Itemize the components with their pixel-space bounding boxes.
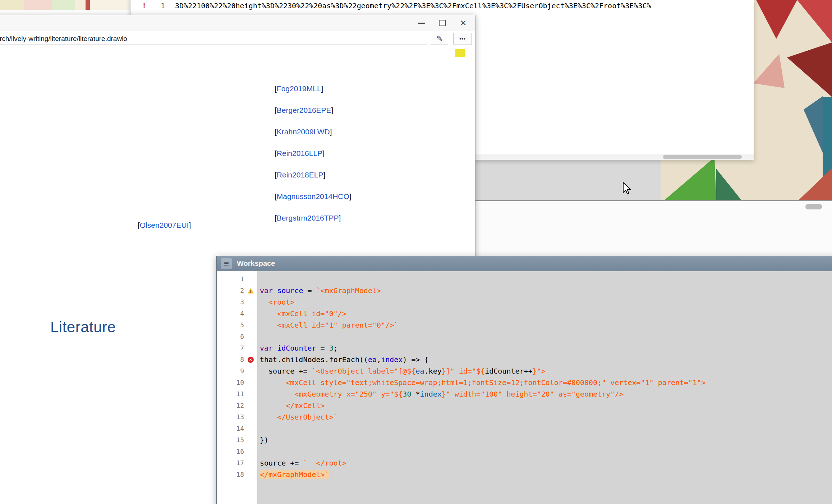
editor-gutter[interactable]: 12!345678✕9101112131415161718 (217, 271, 258, 504)
code-line[interactable]: var source = `<mxGraphModel> (258, 285, 832, 296)
gutter-line[interactable]: 12 (217, 400, 257, 411)
bracket: ] (349, 192, 351, 200)
line-number: 9 (240, 365, 244, 377)
code-token: source (277, 286, 303, 295)
citation-link[interactable]: [Rein2018ELP] (275, 170, 325, 179)
code-line[interactable]: <mxGeometry x="250" y="${30 *index}" wid… (258, 388, 832, 400)
scrollbar-thumb[interactable] (805, 204, 822, 209)
gutter-line[interactable]: 3 (217, 296, 257, 308)
line-number: 14 (236, 423, 244, 434)
gutter-line[interactable]: 18 (217, 469, 257, 480)
code-token (273, 344, 277, 352)
code-line[interactable] (258, 331, 832, 342)
window-titlebar[interactable]: ≡ Workspace (217, 256, 832, 271)
maximize-icon (439, 20, 446, 26)
code-token: <mxCell id="1" parent="0"/>` (260, 321, 398, 329)
line-number: 1 (156, 1, 165, 10)
bracket: ] (339, 214, 341, 222)
code-line[interactable]: <mxCell style="text;whiteSpace=wrap;html… (258, 377, 832, 388)
edit-button[interactable]: ✎ (431, 33, 448, 45)
wallpaper-patch (24, 0, 52, 10)
citation-link[interactable]: [Bergstrm2016TPP] (275, 213, 341, 222)
code-line[interactable] (258, 446, 832, 457)
gutter-line[interactable]: 13 (217, 411, 257, 423)
gutter-line[interactable]: 9 (217, 365, 257, 377)
code-line[interactable]: var idCounter = 3; (258, 342, 832, 354)
close-button[interactable]: ✕ (458, 18, 469, 28)
error-icon[interactable]: ✕ (248, 357, 254, 363)
gutter-line[interactable]: 10 (217, 377, 257, 388)
window-titlebar[interactable]: ✕ (0, 15, 475, 31)
gutter-line[interactable]: 14 (217, 423, 257, 434)
citation-label: Rein2018ELP (277, 171, 323, 179)
line-number: 17 (236, 457, 244, 469)
code-token: idCounter (277, 344, 316, 352)
code-line[interactable]: <root> (258, 296, 832, 308)
error-marker[interactable]: ! (142, 1, 146, 10)
more-options-button[interactable]: ••• (453, 33, 472, 45)
warning-icon[interactable]: ! (248, 288, 254, 293)
bracket: ] (322, 149, 325, 157)
encoded-code-line[interactable]: 3D%22100%22%20height%3D%2230%22%20as%3D%… (175, 1, 651, 10)
code-line[interactable] (258, 423, 832, 434)
editor-code[interactable]: var source = `<mxGraphModel> <root> <mxC… (258, 271, 832, 504)
code-line[interactable]: source += ` </root> (258, 457, 832, 469)
wallpaper-patch (90, 0, 130, 10)
code-token: * (411, 390, 420, 398)
citation-label: Magnusson2014HCO (277, 192, 349, 200)
code-line[interactable]: </mxCell> (258, 400, 832, 411)
gutter-line[interactable]: 1 (217, 273, 257, 285)
gutter-line[interactable]: 11 (217, 388, 257, 400)
citation-link[interactable]: [Krahn2009LWD] (275, 127, 332, 136)
bracket: ] (331, 106, 334, 114)
gutter-line[interactable]: 8✕ (217, 354, 257, 365)
sticky-marker[interactable] (455, 49, 465, 57)
file-path-input[interactable] (0, 33, 427, 45)
code-line[interactable]: </mxGraphModel>` (258, 469, 832, 480)
citation-link[interactable]: [Fog2019MLL] (275, 84, 323, 93)
gutter-line[interactable]: 16 (217, 446, 257, 457)
line-number: 5 (240, 319, 244, 331)
code-line[interactable]: source += `<UserObject label="[@${ea.key… (258, 365, 832, 377)
gutter-line[interactable]: 2! (217, 285, 257, 296)
code-token (273, 286, 277, 295)
gutter-line[interactable]: 17 (217, 457, 257, 469)
code-line[interactable]: </UserObject>` (258, 411, 832, 423)
line-number: 8 (240, 354, 244, 365)
wallpaper-patch (52, 0, 75, 10)
code-line[interactable]: }) (258, 434, 832, 446)
citation-link[interactable]: [Olsen2007EUI] (138, 221, 191, 230)
scrollbar-thumb[interactable] (663, 155, 742, 159)
code-token: index (381, 355, 403, 364)
code-line[interactable]: <mxCell id="1" parent="0"/>` (258, 319, 832, 331)
line-number: 11 (236, 388, 244, 400)
page-title[interactable]: Literature (50, 319, 116, 336)
gutter-line[interactable]: 7 (217, 342, 257, 354)
citation-label: Rein2016LLP (277, 149, 322, 157)
code-token: <mxGeometry x="250" y="${ (260, 390, 403, 398)
gutter-line[interactable]: 5 (217, 319, 257, 331)
code-token: source += (260, 367, 312, 375)
code-line[interactable]: that.childNodes.forEach((ea,index) => { (258, 354, 832, 365)
citation-link[interactable]: [Rein2016LLP] (275, 149, 325, 158)
maximize-button[interactable] (437, 18, 448, 28)
code-editor[interactable]: 12!345678✕9101112131415161718 var source… (217, 271, 832, 504)
citation-link[interactable]: [Berger2016EPE] (275, 106, 333, 115)
canvas-edge-line (23, 47, 23, 504)
gutter-line[interactable]: 6 (217, 331, 257, 342)
minimize-button[interactable] (416, 18, 427, 28)
code-line[interactable] (258, 273, 832, 285)
gutter-line[interactable]: 15 (217, 434, 257, 446)
code-line[interactable]: <mxCell id="0"/> (258, 308, 832, 319)
code-token: <root> (260, 298, 294, 306)
line-number: 4 (240, 308, 244, 319)
citation-link[interactable]: [Magnusson2014HCO] (275, 192, 351, 201)
code-token: = (303, 286, 316, 295)
code-token: var (260, 344, 273, 352)
gutter-line[interactable]: 4 (217, 308, 257, 319)
code-token: var (260, 286, 273, 295)
menu-button[interactable]: ≡ (221, 258, 232, 269)
line-number: 2 (240, 285, 244, 296)
bracket: ] (330, 128, 332, 136)
code-token: , (377, 355, 381, 364)
